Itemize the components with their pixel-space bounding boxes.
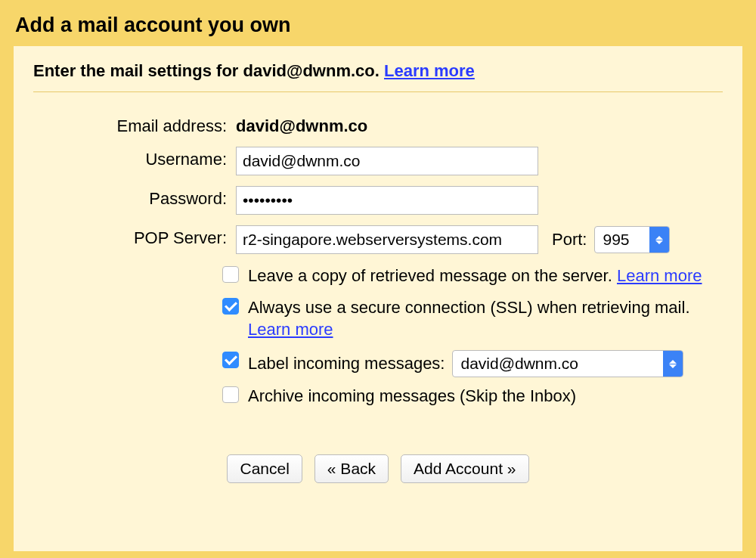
password-input[interactable] (236, 186, 538, 215)
text-ssl: Always use a secure connection (SSL) whe… (248, 296, 723, 341)
add-mail-account-dialog: Add a mail account you own Enter the mai… (0, 0, 756, 558)
chevron-updown-icon (663, 351, 683, 377)
label-port: Port: (552, 230, 587, 250)
label-email: Email address: (33, 113, 236, 136)
row-email: Email address: david@dwnm.co (33, 113, 723, 136)
dialog-subtitle: Enter the mail settings for david@dwnm.c… (33, 61, 723, 92)
learn-more-leave-copy-link[interactable]: Learn more (617, 266, 702, 285)
port-select[interactable]: 995 (594, 226, 670, 253)
button-row: Cancel « Back Add Account » (33, 454, 723, 483)
back-button[interactable]: « Back (314, 454, 389, 483)
subtitle-prefix: Enter the mail settings for (33, 61, 243, 80)
checkbox-label-incoming[interactable] (222, 352, 239, 368)
learn-more-link[interactable]: Learn more (384, 61, 475, 80)
checkbox-archive[interactable] (222, 386, 239, 403)
row-ssl: Always use a secure connection (SSL) whe… (33, 296, 723, 341)
form-table: Email address: david@dwnm.co Username: P… (33, 113, 723, 483)
text-leave-copy: Leave a copy of retrieved message on the… (248, 265, 723, 287)
row-archive: Archive incoming messages (Skip the Inbo… (33, 385, 723, 408)
port-select-value: 995 (603, 231, 629, 249)
dialog-body: Enter the mail settings for david@dwnm.c… (14, 46, 742, 551)
value-email: david@dwnm.co (236, 113, 723, 136)
text-ssl-label: Always use a secure connection (SSL) whe… (248, 298, 690, 317)
text-leave-copy-label: Leave a copy of retrieved message on the… (248, 266, 612, 285)
cancel-button[interactable]: Cancel (227, 454, 302, 483)
label-username: Username: (33, 147, 236, 169)
add-account-button[interactable]: Add Account » (401, 454, 528, 483)
dialog-title: Add a mail account you own (0, 0, 756, 46)
subtitle-email: david@dwnm.co. (243, 61, 380, 80)
row-username: Username: (33, 147, 723, 175)
row-pop-server: POP Server: Port: 995 (33, 225, 723, 254)
learn-more-ssl-link[interactable]: Learn more (248, 320, 333, 339)
text-label-incoming: Label incoming messages: (248, 354, 445, 374)
chevron-updown-icon (649, 227, 669, 253)
label-pop-server: POP Server: (33, 225, 236, 248)
pop-server-input[interactable] (236, 225, 538, 254)
checkbox-leave-copy[interactable] (222, 266, 239, 283)
text-label-incoming-wrap: Label incoming messages: david@dwnm.co (248, 350, 683, 377)
row-label-incoming: Label incoming messages: david@dwnm.co (33, 350, 723, 377)
label-select-value: david@dwnm.co (460, 355, 578, 373)
row-leave-copy: Leave a copy of retrieved message on the… (33, 265, 723, 287)
text-archive: Archive incoming messages (Skip the Inbo… (248, 385, 723, 408)
label-password: Password: (33, 186, 236, 209)
label-select[interactable]: david@dwnm.co (452, 350, 683, 377)
row-password: Password: (33, 186, 723, 215)
checkbox-ssl[interactable] (222, 298, 239, 315)
username-input[interactable] (236, 147, 538, 175)
